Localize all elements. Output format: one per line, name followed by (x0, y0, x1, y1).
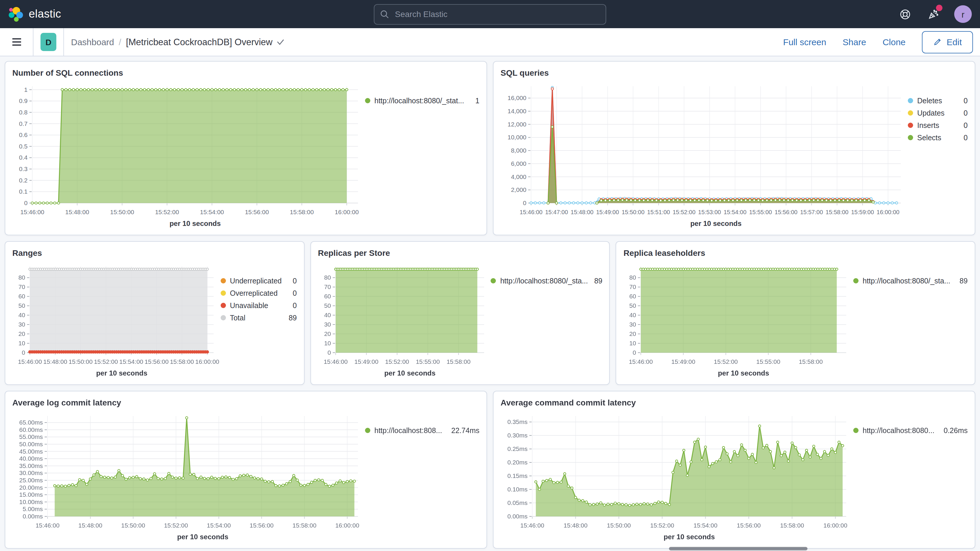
chart-average-command-commit-latency[interactable]: 0.35ms0.30ms0.25ms0.20ms0.15ms0.10ms0.05… (501, 408, 853, 546)
chart-sql-connections[interactable]: 10.90.80.70.60.50.40.30.20.1015:46:0015:… (12, 78, 365, 233)
legend-item[interactable]: http://localhost:8080/_stat... 1 (365, 94, 479, 107)
chart-average-log-commit-latency[interactable]: 65.00ms60.00ms55.00ms50.00ms45.00ms40.00… (12, 408, 365, 546)
toolbar-divider (33, 28, 33, 56)
page-title[interactable]: [Metricbeat CockroachDB] Overview (126, 37, 285, 47)
global-header: elastic (0, 0, 980, 28)
svg-text:0.1: 0.1 (19, 188, 27, 195)
svg-text:0.5: 0.5 (19, 143, 27, 150)
svg-text:15:55:00: 15:55:00 (749, 209, 772, 215)
legend-item[interactable]: http://localhost:808... 22.74ms (365, 424, 479, 436)
svg-text:15:58:00: 15:58:00 (290, 209, 314, 215)
svg-text:60: 60 (630, 293, 636, 299)
svg-text:15:48:00: 15:48:00 (43, 358, 67, 365)
space-badge[interactable]: D (40, 33, 56, 51)
header-actions: r (898, 5, 972, 23)
legend-item[interactable]: Total 89 (220, 312, 297, 324)
edit-button[interactable]: Edit (922, 31, 973, 53)
legend-value: 0 (964, 134, 968, 142)
svg-text:15:56:00: 15:56:00 (250, 522, 274, 529)
breadcrumb: Dashboard / [Metricbeat CockroachDB] Ove… (71, 37, 285, 47)
legend-label: Selects (917, 134, 959, 142)
chart-ranges[interactable]: 8070605040302010015:46:0015:48:0015:50:0… (12, 258, 220, 382)
svg-text:15:58:00: 15:58:00 (780, 522, 804, 529)
panel-title[interactable]: Number of SQL connections (12, 67, 479, 78)
series-dot-icon (908, 110, 913, 116)
brand-name: elastic (29, 8, 61, 21)
svg-text:0.35ms: 0.35ms (508, 418, 528, 425)
chart-legend: http://localhost:808... 22.74ms (365, 408, 479, 546)
nav-menu-button[interactable] (7, 33, 26, 51)
svg-text:60.00ms: 60.00ms (19, 426, 43, 433)
panel-title[interactable]: Replicas per Store (318, 248, 602, 258)
series-dot-icon (220, 278, 226, 283)
legend-value: 89 (289, 314, 297, 322)
pencil-icon (933, 38, 942, 46)
elastic-logo[interactable]: elastic (8, 6, 61, 22)
panel-title[interactable]: Replica leaseholders (624, 248, 968, 258)
legend-item[interactable]: http://localhost:8080... 0.26ms (853, 424, 968, 436)
svg-text:15:52:00: 15:52:00 (673, 209, 695, 215)
global-search[interactable] (374, 4, 606, 24)
svg-text:15:58:00: 15:58:00 (293, 522, 317, 529)
full-screen-button[interactable]: Full screen (783, 37, 826, 47)
chart-replicas-per-store[interactable]: 8070605040302010015:46:0015:49:0015:52:0… (318, 258, 491, 382)
toolbar-actions: Full screen Share Clone Edit (783, 31, 973, 53)
legend-label: Deletes (917, 97, 959, 105)
panel-number-of-sql-connections: Number of SQL connections 10.90.80.70.60… (5, 61, 487, 235)
svg-text:15:56:00: 15:56:00 (737, 522, 761, 529)
legend-value: 0 (964, 97, 968, 105)
svg-text:0.4: 0.4 (19, 154, 28, 161)
legend-value: 0 (964, 109, 968, 117)
clone-button[interactable]: Clone (883, 37, 905, 47)
horizontal-scrollbar-thumb[interactable] (669, 547, 808, 550)
legend-item[interactable]: http://localhost:8080/_sta... 89 (853, 275, 968, 287)
news-feed-button[interactable] (926, 7, 940, 21)
share-button[interactable]: Share (843, 37, 866, 47)
svg-text:16:00:00: 16:00:00 (877, 209, 900, 215)
legend-label: http://localhost:8080... (862, 426, 940, 435)
svg-text:15:55:00: 15:55:00 (757, 358, 781, 365)
legend-item[interactable]: Deletes 0 (908, 94, 968, 107)
series-dot-icon (220, 315, 226, 320)
svg-text:15:48:00: 15:48:00 (564, 522, 588, 529)
svg-text:15:54:00: 15:54:00 (200, 209, 224, 215)
svg-text:0.20ms: 0.20ms (508, 459, 528, 466)
legend-item[interactable]: Unavailable 0 (220, 299, 297, 312)
legend-label: Total (230, 314, 284, 322)
svg-text:16:00:00: 16:00:00 (336, 522, 360, 529)
legend-item[interactable]: Inserts 0 (908, 119, 968, 131)
legend-item[interactable]: Underreplicated 0 (220, 275, 297, 287)
svg-text:0.30ms: 0.30ms (508, 432, 528, 439)
svg-text:1: 1 (24, 86, 27, 93)
svg-text:55.00ms: 55.00ms (19, 433, 43, 440)
svg-text:15:46:00: 15:46:00 (18, 358, 42, 365)
svg-text:0.00ms: 0.00ms (22, 513, 43, 519)
svg-text:10: 10 (19, 340, 25, 347)
legend-item[interactable]: Updates 0 (908, 107, 968, 119)
help-button[interactable] (898, 7, 912, 21)
legend-item[interactable]: Selects 0 (908, 131, 968, 144)
chart-sql-queries[interactable]: 16,00014,00012,00010,0008,0006,0004,0002… (501, 78, 908, 233)
svg-text:35.00ms: 35.00ms (19, 462, 43, 469)
svg-text:25.00ms: 25.00ms (19, 477, 43, 484)
svg-text:40.00ms: 40.00ms (19, 455, 43, 462)
user-avatar[interactable]: r (954, 5, 972, 23)
svg-text:15:57:00: 15:57:00 (800, 209, 823, 215)
search-input[interactable] (394, 9, 600, 19)
svg-text:50: 50 (19, 302, 25, 309)
svg-text:15:54:00: 15:54:00 (119, 358, 143, 365)
svg-text:0: 0 (24, 199, 27, 206)
panel-title[interactable]: SQL queries (501, 67, 968, 78)
legend-item[interactable]: Overreplicated 0 (220, 287, 297, 299)
panel-title[interactable]: Average command commit latency (501, 397, 968, 408)
space-badge-letter: D (46, 37, 51, 47)
series-dot-icon (220, 303, 226, 308)
chart-replica-leaseholders[interactable]: 8070605040302010015:46:0015:49:0015:52:0… (624, 258, 853, 382)
panel-title[interactable]: Average log commit latency (12, 397, 479, 408)
svg-text:15:50:00: 15:50:00 (622, 209, 644, 215)
svg-text:0: 0 (22, 349, 25, 356)
breadcrumb-dashboard-link[interactable]: Dashboard (71, 37, 114, 47)
panel-title[interactable]: Ranges (12, 248, 297, 258)
svg-text:15:56:00: 15:56:00 (145, 358, 169, 365)
legend-item[interactable]: http://localhost:8080/_sta... 89 (491, 275, 602, 287)
